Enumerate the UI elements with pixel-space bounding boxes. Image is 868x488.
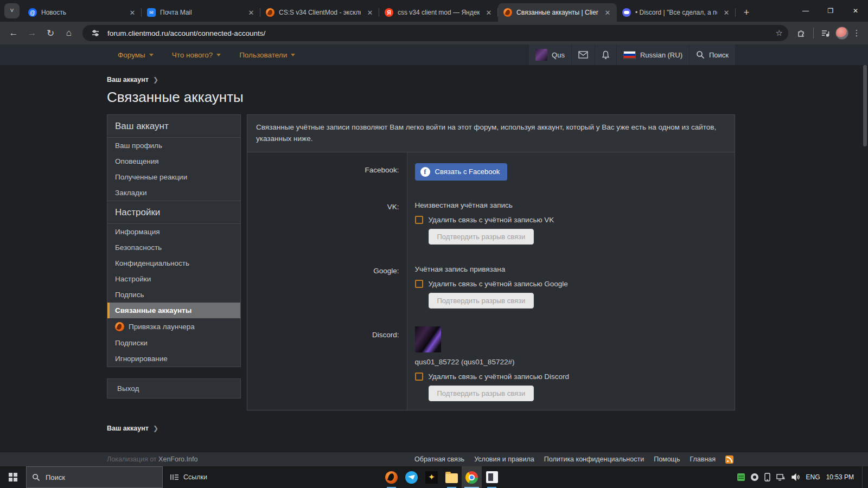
discord-account-name: qus01_85722 (qus01_85722#) [415,358,726,366]
sidebar-header-settings: Настройки [107,201,240,224]
associate-facebook-button[interactable]: f Связать с Facebook [415,163,508,181]
browser-profile-avatar[interactable] [835,27,848,40]
start-button[interactable] [0,466,26,488]
url-text[interactable]: forum.clientmod.ru/account/connected-acc… [107,29,771,37]
new-tab-button[interactable]: + [739,5,754,20]
google-checkbox-label[interactable]: Удалить связь с учётной записью Google [429,280,568,288]
taskbar-app-chrome[interactable] [462,466,482,488]
footer-link-help[interactable]: Помощь [654,455,680,463]
breadcrumb-your-account[interactable]: Ваш аккаунт [107,425,149,432]
tab-connected-accounts-active[interactable]: Связанные аккаунты | Client ✕ [498,3,617,22]
row-vk: VK: Неизвестная учётная запись Удалить с… [247,189,735,253]
vk-label: VK: [247,189,407,253]
input-language-indicator[interactable]: ENG [806,473,820,481]
tab-close-icon[interactable]: ✕ [603,8,612,17]
close-button[interactable]: ✕ [843,0,868,22]
footer-link-home[interactable]: Главная [690,455,716,463]
nav-whats-new[interactable]: Что нового? [172,51,221,59]
rss-icon[interactable] [725,455,733,464]
sidebar-item-alerts[interactable]: Оповещения [107,153,240,169]
show-desktop-button[interactable] [862,466,865,488]
address-bar[interactable]: forum.clientmod.ru/account/connected-acc… [82,25,788,41]
footer-link-privacy-policy[interactable]: Политика конфиденциальности [544,455,644,463]
nav-forums[interactable]: Форумы [118,51,154,59]
clock[interactable]: 10:53 PM [826,473,854,481]
media-controls-icon[interactable] [818,25,833,41]
conversations-button[interactable] [572,44,595,65]
taskbar-app-window[interactable] [482,466,502,488]
discord-confirm-disassociate-button[interactable]: Подтвердить разрыв связи [429,386,534,401]
sidebar-item-connected-accounts[interactable]: Связанные аккаунты [107,303,240,318]
restore-button[interactable]: ❐ [818,0,843,22]
sidebar-item-your-profile[interactable]: Ваш профиль [107,138,240,153]
vk-confirm-disassociate-button[interactable]: Подтвердить разрыв связи [429,229,534,245]
tab-yandex-search[interactable]: Я css v34 client mod — Яндекс ✕ [379,3,498,22]
sidebar-item-security[interactable]: Безопасность [107,240,240,255]
bookmark-star-icon[interactable]: ☆ [776,28,783,38]
reload-button[interactable]: ↻ [42,25,59,41]
links-toolbar[interactable]: Ссылки [163,466,215,488]
sidebar-item-launcher-link[interactable]: Привязка лаунчера [107,318,240,335]
language-button[interactable]: Russian (RU) [617,44,689,65]
extensions-puzzle-icon[interactable] [794,25,809,41]
discord-account-avatar [415,326,441,352]
browser-toolbar: ← → ↻ ⌂ forum.clientmod.ru/account/conne… [0,22,868,44]
sidebar-item-preferences[interactable]: Настройки [107,271,240,287]
your-phone-icon[interactable] [764,473,770,481]
nav-members[interactable]: Пользователи [239,51,295,59]
tab-close-icon[interactable]: ✕ [484,8,494,17]
sidebar-item-bookmarks[interactable]: Закладки [107,185,240,201]
minimize-button[interactable]: — [793,0,818,22]
launcher-flame-icon [115,322,124,331]
tab-novost[interactable]: @ Новость ✕ [23,3,142,22]
sidebar-item-logout[interactable]: Выход [107,379,240,398]
language-label: Russian (RU) [640,51,682,59]
discord-disassociate-checkbox[interactable] [415,373,423,381]
vk-disassociate-checkbox[interactable] [415,216,423,224]
vk-checkbox-label[interactable]: Удалить связь с учётной записью VK [429,216,554,224]
connected-accounts-panel: Связанные учётные записи позволяют Вам л… [247,114,735,410]
page-scrollbar[interactable] [863,65,867,146]
tab-pochta-mail[interactable]: ✉ Почта Mail ✕ [142,3,260,22]
tray-app-green-icon[interactable] [737,473,745,481]
sidebar-item-account-details[interactable]: Информация [107,224,240,240]
tab-discord[interactable]: • Discord | "Все сделал, а по ✕ [617,3,736,22]
back-button[interactable]: ← [5,25,22,41]
search-button[interactable]: Поиск [690,44,735,65]
sidebar-item-label: Подпись [115,291,144,299]
volume-icon[interactable] [792,473,800,481]
sidebar-item-ignoring[interactable]: Игнорирование [107,351,240,367]
taskbar-app-star[interactable]: ✦ [422,466,442,488]
sidebar-item-signature[interactable]: Подпись [107,287,240,303]
discord-checkbox-label[interactable]: Удалить связь с учётной записью Discord [429,373,570,381]
taskbar-app-clientmod[interactable] [381,466,401,488]
account-sidebar: Ваш аккаунт Ваш профиль Оповещения Получ… [107,114,241,399]
xenforo-info-link[interactable]: XenForo.Info [158,455,197,463]
tab-close-icon[interactable]: ✕ [722,8,731,17]
sidebar-item-privacy[interactable]: Конфиденциальность [107,255,240,271]
footer-link-contact[interactable]: Обратная связь [414,455,464,463]
alerts-button[interactable] [595,44,616,65]
taskbar-app-telegram[interactable] [401,466,422,488]
tray-app-round-icon[interactable] [751,473,758,481]
site-settings-icon[interactable] [88,25,103,41]
tab-close-icon[interactable]: ✕ [246,8,256,17]
breadcrumb-your-account[interactable]: Ваш аккаунт [107,76,149,84]
google-confirm-disassociate-button[interactable]: Подтвердить разрыв связи [429,293,534,309]
tab-search-button[interactable]: ˅ [4,3,20,18]
sidebar-item-following[interactable]: Подписки [107,335,240,351]
forward-button[interactable]: → [24,25,40,41]
sidebar-item-reactions-received[interactable]: Полученные реакции [107,169,240,185]
browser-menu-icon[interactable]: ⋮ [851,28,863,38]
google-disassociate-checkbox[interactable] [415,280,423,288]
footer-link-terms[interactable]: Условия и правила [474,455,534,463]
tab-close-icon[interactable]: ✕ [365,8,375,17]
home-button[interactable]: ⌂ [61,25,77,41]
network-icon[interactable] [776,473,786,481]
user-menu[interactable]: Qus [529,44,571,65]
tab-clientmod-site[interactable]: CS:S v34 ClientMod - эксклю ✕ [260,3,379,22]
taskbar-app-explorer[interactable] [442,466,462,488]
taskbar-search-input[interactable]: Поиск [26,466,163,488]
tab-close-icon[interactable]: ✕ [127,8,137,17]
tab-title: Связанные аккаунты | Client [516,9,598,16]
